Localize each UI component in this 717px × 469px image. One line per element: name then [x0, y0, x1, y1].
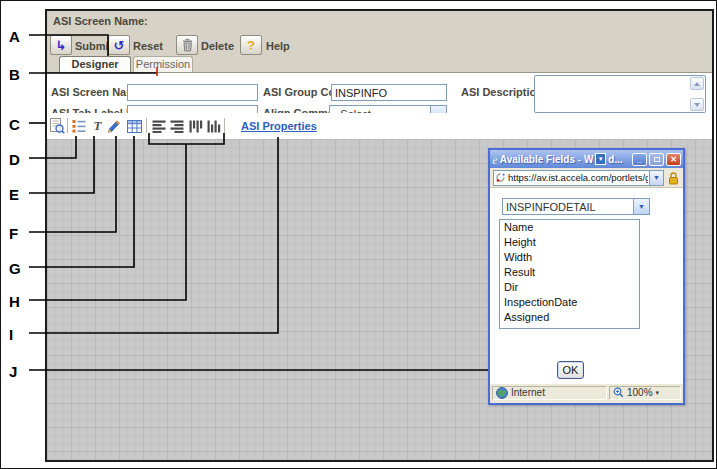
- asi-form: ASI Screen Name* ASI Group Code ASI Tab …: [47, 72, 712, 113]
- ok-button[interactable]: OK: [557, 361, 584, 379]
- description-label: ASI Description: [461, 86, 543, 98]
- align-right-icon[interactable]: [168, 118, 185, 134]
- field-item[interactable]: Height: [500, 235, 639, 250]
- url-dropdown-icon[interactable]: ▼: [649, 171, 663, 185]
- trash-icon: [181, 38, 194, 52]
- group-code-input[interactable]: [331, 84, 447, 101]
- submit-label: Submit: [75, 40, 112, 52]
- field-item[interactable]: Assigned: [500, 310, 639, 325]
- globe-icon: [496, 387, 508, 399]
- toolbar-separator: [224, 118, 225, 133]
- url-input[interactable]: [507, 172, 649, 183]
- toolbar-separator: [146, 118, 147, 133]
- field-item[interactable]: Width: [500, 250, 639, 265]
- url-box: ▼: [493, 170, 664, 186]
- window-title: ASI Screen Name:: [53, 15, 148, 27]
- ie-logo-icon: e: [492, 153, 498, 166]
- align-top-icon[interactable]: [187, 118, 204, 134]
- zoom-level: 100%: [627, 387, 653, 398]
- screen-name-input[interactable]: [127, 84, 258, 101]
- reset-button[interactable]: ↺: [108, 35, 130, 55]
- minimize-button[interactable]: _: [632, 153, 647, 166]
- help-button[interactable]: ?: [240, 35, 262, 55]
- submit-arrow-icon: ↳: [56, 39, 67, 52]
- field-group-value: INSPINFODETAIL: [503, 199, 633, 214]
- zone-label: Internet: [511, 387, 545, 398]
- table-icon[interactable]: [126, 118, 143, 134]
- popup-title-text-suffix: d...: [608, 154, 622, 165]
- popup-status-bar: Internet 100% ▾: [490, 383, 683, 401]
- zoom-cell: 100% ▾: [609, 386, 681, 400]
- available-fields-popup: e Available Fields - W ▼ d... _ ✕ ▼ INSP…: [488, 148, 685, 405]
- delete-label: Delete: [201, 40, 234, 52]
- field-item[interactable]: Name: [500, 220, 639, 235]
- text-label-icon[interactable]: T: [89, 118, 106, 134]
- callout-letter-a: A: [9, 28, 31, 45]
- reset-label: Reset: [133, 40, 163, 52]
- field-item[interactable]: Dir: [500, 280, 639, 295]
- scroll-up-arrow[interactable]: [690, 77, 704, 90]
- field-listbox[interactable]: Name Height Width Result Dir InspectionD…: [499, 219, 640, 329]
- favicon: [495, 172, 506, 183]
- close-button[interactable]: ✕: [666, 153, 681, 166]
- scroll-down-arrow[interactable]: [690, 98, 704, 111]
- align-bottom-icon[interactable]: [205, 118, 222, 134]
- align-left-icon[interactable]: [150, 118, 167, 134]
- callout-letter-b: B: [9, 66, 31, 83]
- callout-letter-c: C: [9, 116, 31, 133]
- callout-letter-d: D: [9, 151, 31, 168]
- callout-letter-g: G: [9, 260, 31, 277]
- screenshot-root: A B C D E F G H I J ASI Screen Name: ↳ S…: [0, 0, 717, 469]
- padlock-icon: [667, 171, 680, 185]
- numbered-list-icon[interactable]: [70, 118, 87, 134]
- security-zone-cell: Internet: [492, 386, 607, 400]
- callout-letter-i: I: [9, 326, 31, 343]
- tab-designer-label: Designer: [71, 58, 118, 70]
- description-textarea[interactable]: [534, 75, 706, 113]
- zoom-caret-icon[interactable]: ▾: [656, 389, 660, 397]
- t-glyph: T: [94, 118, 102, 134]
- field-item[interactable]: InspectionDate: [500, 295, 639, 310]
- format-toolbar: T ASI Properties: [47, 113, 712, 139]
- toolbar-separator: [67, 118, 68, 133]
- title-dropdown-icon: ▼: [595, 153, 606, 165]
- field-item[interactable]: Result: [500, 265, 639, 280]
- chevron-down-icon: ▼: [633, 199, 649, 214]
- asi-properties-link[interactable]: ASI Properties: [241, 120, 317, 132]
- popup-content: INSPINFODETAIL ▼ Name Height Width Resul…: [490, 188, 683, 383]
- popup-title-text: Available Fields - W: [500, 154, 594, 165]
- callout-letter-f: F: [9, 225, 31, 242]
- help-label: Help: [266, 40, 290, 52]
- popup-title-bar: e Available Fields - W ▼ d... _ ✕: [490, 150, 683, 168]
- callout-letter-j: J: [9, 363, 31, 380]
- submit-button[interactable]: ↳: [50, 35, 72, 55]
- preview-icon[interactable]: [48, 118, 65, 134]
- maximize-button[interactable]: [649, 153, 664, 166]
- callout-letter-h: H: [9, 293, 31, 310]
- edit-pencil-icon[interactable]: [105, 118, 122, 134]
- tab-designer[interactable]: Designer: [59, 56, 131, 72]
- zoom-magnifier-icon: [613, 387, 624, 398]
- delete-button[interactable]: [176, 35, 198, 55]
- reset-undo-icon: ↺: [114, 39, 125, 52]
- field-group-select[interactable]: INSPINFODETAIL ▼: [502, 198, 650, 215]
- address-bar: ▼: [490, 168, 683, 188]
- tab-permission[interactable]: Permission: [133, 56, 193, 72]
- help-question-icon: ?: [247, 38, 255, 53]
- tab-permission-label: Permission: [136, 58, 190, 70]
- callout-letter-e: E: [9, 186, 31, 203]
